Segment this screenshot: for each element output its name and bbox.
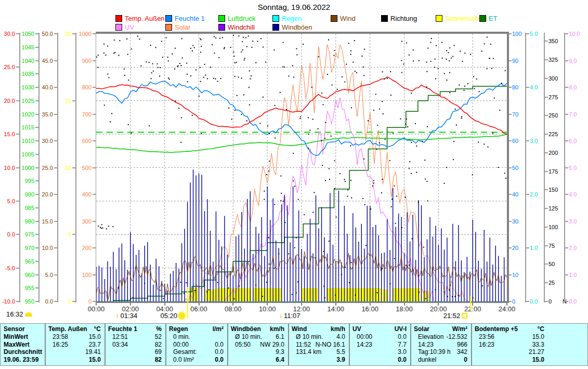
series-richtung-dot bbox=[180, 142, 181, 143]
marker-time-label: 11:07 bbox=[284, 312, 300, 320]
series-richtung-dot bbox=[464, 86, 465, 87]
series-richtung-dot bbox=[186, 282, 187, 283]
series-richtung-dot bbox=[416, 146, 417, 147]
stats-table: SensorMinWertMaxWertDurchschnitt19.06. 2… bbox=[0, 323, 588, 366]
axis-tick bbox=[54, 274, 57, 275]
series-richtung-dot bbox=[242, 49, 243, 50]
series-richtung-dot bbox=[409, 55, 410, 56]
series-richtung-dot bbox=[324, 297, 325, 298]
series-richtung-dot bbox=[385, 139, 386, 140]
axis-tick bbox=[565, 194, 568, 195]
series-richtung-dot bbox=[160, 289, 161, 291]
series-richtung-dot bbox=[194, 47, 195, 48]
series-richtung-dot bbox=[175, 100, 176, 101]
series-richtung-dot bbox=[498, 167, 499, 168]
series-richtung-dot bbox=[151, 78, 152, 79]
axis-tick bbox=[545, 152, 548, 153]
axis-tick-label: 2.0 bbox=[569, 245, 588, 251]
series-richtung-dot bbox=[473, 76, 474, 77]
series-richtung-dot bbox=[104, 104, 105, 106]
axis-tick-label: 25.0 bbox=[0, 64, 15, 70]
series-richtung-dot bbox=[127, 54, 128, 55]
axis-tick-label: 100 bbox=[548, 224, 571, 230]
series-richtung-dot bbox=[424, 160, 425, 161]
time-axis-tick bbox=[404, 303, 405, 306]
series-richtung-dot bbox=[346, 64, 347, 65]
series-richtung-dot bbox=[382, 268, 383, 269]
series-richtung-dot bbox=[312, 119, 313, 120]
axis-line-l-m bbox=[525, 33, 526, 302]
series-richtung-dot bbox=[322, 165, 323, 166]
axis-tick-label: 25 bbox=[548, 280, 571, 286]
series-richtung-dot bbox=[168, 60, 169, 61]
series-richtung-dot bbox=[303, 44, 304, 45]
series-richtung-dot bbox=[364, 49, 365, 50]
table-cell-value: 15.0 bbox=[473, 356, 544, 363]
table-cell-value: 19.41 bbox=[46, 348, 101, 355]
table-separator bbox=[104, 324, 106, 365]
series-richtung-dot bbox=[333, 55, 334, 56]
series-richtung-dot bbox=[98, 226, 99, 227]
axis-tick bbox=[35, 180, 38, 181]
series-richtung-dot bbox=[249, 87, 250, 88]
table-col-unit: l/m² bbox=[167, 325, 224, 333]
series-richtung-dot bbox=[219, 38, 220, 39]
axis-tick bbox=[526, 87, 529, 88]
axis-tick-label: 9.0 bbox=[569, 58, 588, 64]
series-richtung-dot bbox=[344, 82, 345, 83]
series-richtung-dot bbox=[459, 84, 460, 85]
series-richtung-dot bbox=[446, 167, 447, 168]
table-cell-value: 82 bbox=[106, 356, 162, 363]
series-richtung-dot bbox=[266, 282, 267, 283]
series-richtung-dot bbox=[456, 125, 457, 126]
series-richtung-dot bbox=[192, 115, 193, 116]
series-richtung-dot bbox=[334, 160, 335, 161]
series-richtung-dot bbox=[321, 140, 322, 141]
time-axis-label: 24:00 bbox=[495, 305, 519, 313]
series-richtung-dot bbox=[478, 142, 479, 143]
series-richtung-dot bbox=[163, 298, 164, 299]
series-richtung-dot bbox=[368, 120, 369, 121]
series-richtung-dot bbox=[246, 120, 247, 121]
axis-tick bbox=[526, 301, 529, 302]
table-cell-left: 0 min. bbox=[173, 333, 190, 340]
series-richtung-dot bbox=[481, 50, 482, 51]
axis-tick-label: 1010 bbox=[14, 138, 34, 144]
axis-tick-label: 5.0 bbox=[0, 198, 15, 204]
axis-tick-label: 700 bbox=[71, 111, 92, 117]
series-richtung-dot bbox=[491, 68, 492, 69]
series-richtung-dot bbox=[293, 180, 294, 181]
legend-item-windchill: Windchill bbox=[218, 24, 255, 31]
series-richtung-dot bbox=[467, 83, 468, 84]
table-cell-value: 0.0 bbox=[167, 348, 224, 355]
series-richtung-dot bbox=[309, 130, 310, 131]
series-richtung-dot bbox=[102, 228, 103, 229]
series-richtung-dot bbox=[218, 57, 219, 58]
series-richtung-dot bbox=[220, 78, 221, 79]
axis-tick-label: 15.0 bbox=[32, 218, 53, 225]
series-richtung-dot bbox=[296, 55, 297, 56]
series-richtung-dot bbox=[284, 67, 285, 68]
series-richtung-dot bbox=[155, 47, 156, 48]
series-richtung-dot bbox=[113, 52, 114, 54]
time-axis-label: 14:00 bbox=[324, 305, 348, 313]
chart-canvas bbox=[96, 34, 507, 301]
series-richtung-dot bbox=[452, 296, 453, 297]
legend-label: Richtung bbox=[390, 15, 417, 22]
series-richtung-dot bbox=[484, 43, 485, 44]
table-cell-value: 0 bbox=[412, 356, 467, 363]
series-richtung-dot bbox=[407, 126, 408, 127]
series-richtung-dot bbox=[334, 50, 335, 51]
moonrise-icon: ↑ bbox=[116, 312, 119, 320]
series-richtung-dot bbox=[296, 292, 297, 293]
series-richtung-dot bbox=[427, 48, 428, 49]
series-richtung-dot bbox=[246, 46, 247, 47]
series-richtung-dot bbox=[341, 274, 342, 275]
time-axis-tick bbox=[370, 303, 371, 306]
series-richtung-dot bbox=[156, 63, 158, 64]
series-richtung-dot bbox=[462, 61, 463, 62]
series-richtung-dot bbox=[249, 70, 250, 71]
time-axis-label: 00:00 bbox=[84, 305, 108, 313]
axis-tick-label: 950 bbox=[14, 298, 34, 305]
table-col-unit: km/h bbox=[290, 325, 345, 333]
